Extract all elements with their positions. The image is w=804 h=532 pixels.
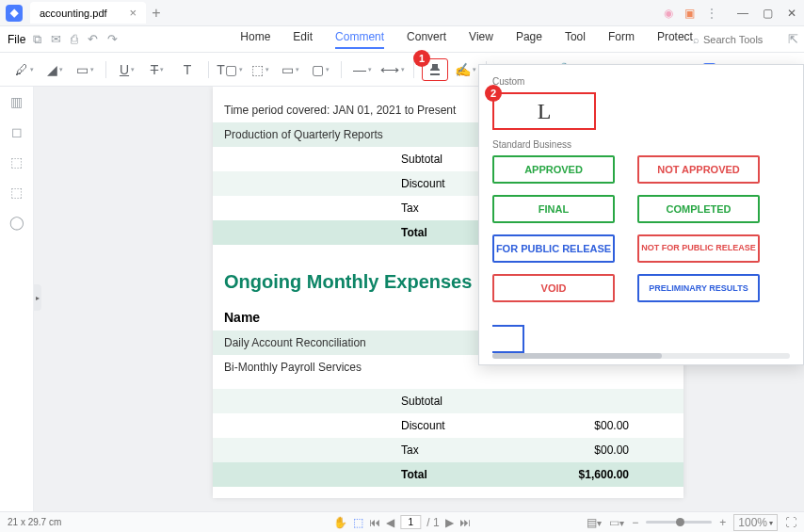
redo-icon[interactable]: ↷ xyxy=(107,32,118,47)
expand-sidebar-handle[interactable]: ▸ xyxy=(34,284,41,311)
discount2-label: Discount xyxy=(401,419,445,432)
shape-tool[interactable]: ▢▾ xyxy=(307,58,333,81)
subtotal1-label: Subtotal xyxy=(401,153,442,166)
cloud-icon[interactable]: ◉ xyxy=(664,7,673,20)
stamp-con[interactable]: CON xyxy=(492,364,524,365)
undo-icon[interactable]: ↶ xyxy=(88,32,98,47)
subtotal2-label: Subtotal xyxy=(401,395,442,408)
share-icon[interactable]: ⇱ xyxy=(788,32,798,46)
tab-edit[interactable]: Edit xyxy=(293,30,313,49)
tab-tool[interactable]: Tool xyxy=(565,30,586,49)
zoom-slider[interactable] xyxy=(646,521,712,524)
search-icon: ⌕ xyxy=(693,34,699,45)
open-icon[interactable]: ⧉ xyxy=(33,32,41,47)
file-menu[interactable]: File xyxy=(8,33,25,46)
first-page-icon[interactable]: ⏮ xyxy=(369,516,380,529)
document-tab-label: accounting.pdf xyxy=(40,8,107,19)
custom-stamp[interactable]: 2 L xyxy=(492,92,596,130)
zoom-out-icon[interactable]: − xyxy=(632,516,638,529)
tax1-label: Tax xyxy=(401,202,419,215)
prev-page-icon[interactable]: ◀ xyxy=(386,516,394,529)
select-tool-icon[interactable]: ⬚ xyxy=(353,516,363,529)
left-sidebar: ▥ ◻ ⬚ ⬚ ◯ xyxy=(0,87,34,511)
close-window-button[interactable]: ✕ xyxy=(785,7,798,20)
close-tab-icon[interactable]: × xyxy=(130,6,137,20)
discount1-label: Discount xyxy=(401,177,445,190)
stamp-completed[interactable]: COMPLETED xyxy=(637,195,760,223)
total1-label: Total xyxy=(401,226,427,239)
text-box-tool[interactable]: T▢▾ xyxy=(217,58,243,81)
thumbnails-icon[interactable]: ▥ xyxy=(10,94,23,109)
zoom-in-icon[interactable]: + xyxy=(719,516,726,529)
page-total: / 1 xyxy=(426,516,439,529)
total2-label: Total xyxy=(401,468,427,481)
attachments-panel-icon[interactable]: ⬚ xyxy=(10,154,23,169)
menu-bar: File ⧉ ✉ ⎙ ↶ ↷ Home Edit Comment Convert… xyxy=(0,26,804,53)
notification-icon[interactable]: ▣ xyxy=(684,7,695,20)
tab-convert[interactable]: Convert xyxy=(407,30,446,49)
line-tool[interactable]: —▾ xyxy=(349,58,376,81)
stamp-void[interactable]: VOID xyxy=(492,274,615,302)
hand-tool-icon[interactable]: ✋ xyxy=(333,516,347,529)
area-highlight-tool[interactable]: ▭▾ xyxy=(72,58,98,81)
minimize-button[interactable]: — xyxy=(736,7,749,20)
print-icon[interactable]: ⎙ xyxy=(71,32,78,47)
comments-panel-icon[interactable]: ◯ xyxy=(9,215,24,230)
fullscreen-icon[interactable]: ⛶ xyxy=(785,516,796,529)
callout-badge-2: 2 xyxy=(485,85,502,102)
tab-home[interactable]: Home xyxy=(240,30,270,49)
stamp-preliminary[interactable]: PRELIMINARY RESULTS xyxy=(637,274,760,302)
standard-section-label: Standard Business xyxy=(492,139,790,150)
callout-tool[interactable]: ⬚▾ xyxy=(247,58,273,81)
zoom-value[interactable]: 100%▾ xyxy=(733,514,778,531)
signature-preview: L xyxy=(538,99,552,124)
tab-page[interactable]: Page xyxy=(516,30,542,49)
last-page-icon[interactable]: ⏭ xyxy=(459,516,471,529)
status-bar: 21 x 29.7 cm ✋ ⬚ ⏮ ◀ / 1 ▶ ⏭ ▤▾ ▭▾ − + 1… xyxy=(0,511,804,532)
tax2-label: Tax xyxy=(401,443,419,457)
document-tab[interactable]: accounting.pdf × xyxy=(30,2,146,24)
page-dimensions: 21 x 29.7 cm xyxy=(8,517,61,527)
sticky-note-tool[interactable]: ▭▾ xyxy=(277,58,303,81)
more-icon[interactable]: ⋮ xyxy=(706,7,717,20)
tab-form[interactable]: Form xyxy=(608,30,635,49)
tab-view[interactable]: View xyxy=(469,30,493,49)
zoom-slider-knob[interactable] xyxy=(676,518,684,526)
underline-tool[interactable]: U▾ xyxy=(114,58,140,81)
stamp-final[interactable]: FINAL xyxy=(492,195,615,223)
stamp-approved[interactable]: APPROVED xyxy=(492,155,615,184)
add-tab-button[interactable]: + xyxy=(152,5,160,22)
search-input[interactable] xyxy=(703,34,779,45)
tab-protect[interactable]: Protect xyxy=(657,30,693,49)
tab-comment[interactable]: Comment xyxy=(335,30,384,49)
stamp-not-public[interactable]: NOT FOR PUBLIC RELEASE xyxy=(637,234,760,263)
stamp-tool[interactable]: 1 xyxy=(422,58,448,81)
tax2-val: $00.00 xyxy=(594,443,629,457)
stamp-popover: Custom 2 L Standard Business APPROVED FI… xyxy=(478,64,804,365)
app-icon: ◆ xyxy=(6,5,23,22)
stamp-partial-1[interactable] xyxy=(492,325,524,353)
signature-tool[interactable]: ✍▾ xyxy=(452,58,478,81)
callout-badge-1: 1 xyxy=(413,50,430,67)
page-number-input[interactable] xyxy=(400,515,421,529)
fit-mode-icon[interactable]: ▭▾ xyxy=(609,516,624,529)
highlight-tool[interactable]: ◢▾ xyxy=(41,58,68,81)
strikeout-tool[interactable]: T▾ xyxy=(144,58,170,81)
popover-scrollbar-thumb[interactable] xyxy=(492,353,662,359)
view-mode-icon[interactable]: ▤▾ xyxy=(587,516,602,529)
search-tools[interactable]: ⌕ xyxy=(693,34,779,45)
layers-icon[interactable]: ⬚ xyxy=(10,185,23,200)
maximize-button[interactable]: ▢ xyxy=(761,7,774,20)
popover-scrollbar[interactable] xyxy=(492,353,790,359)
stamp-not-approved[interactable]: NOT APPROVED xyxy=(637,155,760,184)
note-tool[interactable]: 🖊▾ xyxy=(11,58,38,81)
discount2-val: $00.00 xyxy=(594,419,629,432)
distance-tool[interactable]: ⟷▾ xyxy=(379,58,406,81)
bookmarks-icon[interactable]: ◻ xyxy=(11,124,23,139)
save-icon[interactable]: ✉ xyxy=(51,32,61,47)
custom-section-label: Custom xyxy=(492,76,790,87)
stamp-for-public[interactable]: FOR PUBLIC RELEASE xyxy=(492,234,615,263)
next-page-icon[interactable]: ▶ xyxy=(445,516,454,529)
caret-tool[interactable]: T xyxy=(174,58,201,81)
total2-val: $1,600.00 xyxy=(579,468,629,481)
